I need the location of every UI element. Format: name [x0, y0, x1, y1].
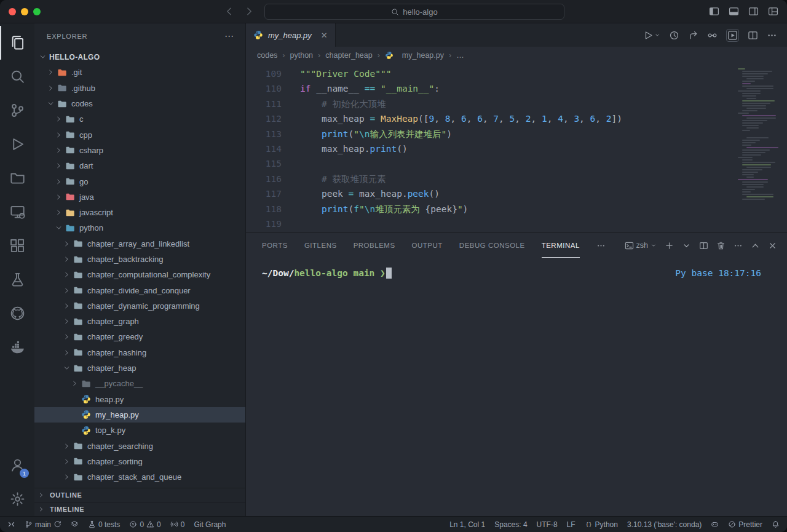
- tree-item-javascript[interactable]: javascript: [34, 205, 245, 220]
- maximize-panel-button[interactable]: [751, 241, 760, 250]
- activity-testing[interactable]: [0, 263, 34, 296]
- tree-item-go[interactable]: go: [34, 173, 245, 189]
- terminal[interactable]: ~/Dow/hello-algo main ❯ Py base 18:17:16: [246, 258, 787, 516]
- new-terminal-button[interactable]: [665, 241, 674, 250]
- panel-tab-debug-console[interactable]: DEBUG CONSOLE: [459, 233, 525, 258]
- code-editor[interactable]: 109"""Driver Code"""110if __name__ == "_…: [246, 63, 787, 232]
- split-terminal-button[interactable]: [699, 241, 708, 250]
- code-line-111[interactable]: 111 # 初始化大顶堆: [246, 97, 787, 111]
- breadcrumb-chapter-heap[interactable]: chapter_heap: [325, 51, 372, 60]
- tree-item-chapter-heap[interactable]: chapter_heap: [34, 360, 245, 376]
- section-timeline[interactable]: TIMELINE: [34, 502, 245, 516]
- tree-item-top-k-py[interactable]: top_k.py: [34, 423, 245, 438]
- tree-item-chapter-array-and-linkedlist[interactable]: chapter_array_and_linkedlist: [34, 236, 245, 252]
- tree-item-chapter-dynamic-programming[interactable]: chapter_dynamic_programming: [34, 298, 245, 314]
- minimize-window-button[interactable]: [21, 8, 28, 15]
- code-line-114[interactable]: 114 max_heap.print(): [246, 141, 787, 156]
- status-indentation[interactable]: Spaces: 4: [494, 520, 527, 529]
- breadcrumb-codes[interactable]: codes: [257, 51, 277, 60]
- status-ports-status[interactable]: 0: [170, 520, 185, 529]
- terminal-more-actions-button[interactable]: [734, 241, 743, 250]
- panel-more-tabs-icon[interactable]: [596, 233, 606, 258]
- activity-remote-explorer[interactable]: [0, 195, 34, 229]
- command-center-search[interactable]: hello-algo: [264, 4, 564, 20]
- customize-layout-icon[interactable]: [768, 6, 778, 17]
- tab-my-heap-py[interactable]: my_heap.py ✕: [246, 23, 336, 47]
- toggle-panel-icon[interactable]: [729, 6, 739, 17]
- status-cursor-position[interactable]: Ln 1, Col 1: [449, 520, 485, 529]
- status-language-mode[interactable]: {}Python: [585, 520, 618, 529]
- toggle-primary-sidebar-icon[interactable]: [709, 6, 719, 17]
- tree-item-chapter-searching[interactable]: chapter_searching: [34, 438, 245, 453]
- code-line-113[interactable]: 113 print("\n输入列表并建堆后"): [246, 127, 787, 141]
- tab-close-icon[interactable]: ✕: [321, 31, 328, 40]
- tree-item-csharp[interactable]: csharp: [34, 143, 245, 158]
- panel-tab-problems[interactable]: PROBLEMS: [354, 233, 395, 258]
- breadcrumb-[interactable]: …: [456, 51, 464, 60]
- code-line-118[interactable]: 118 print(f"\n堆顶元素为 {peek}"): [246, 202, 787, 216]
- forward-icon[interactable]: [244, 6, 255, 17]
- tree-item-python[interactable]: python: [34, 220, 245, 236]
- activity-extensions[interactable]: [0, 229, 34, 263]
- activity-settings[interactable]: [0, 482, 34, 516]
- panel-tab-gitlens[interactable]: GITLENS: [304, 233, 337, 258]
- tree-item-pycache[interactable]: __pycache__: [34, 376, 245, 391]
- split-editor-button[interactable]: [748, 30, 758, 41]
- tree-item-codes[interactable]: codes: [34, 96, 245, 111]
- status-copilot-status[interactable]: [711, 520, 719, 528]
- activity-docker[interactable]: [0, 330, 34, 364]
- status-eol[interactable]: LF: [567, 520, 575, 529]
- tree-item-my-heap-py[interactable]: my_heap.py: [34, 407, 245, 423]
- zoom-window-button[interactable]: [33, 8, 41, 15]
- status-notifications[interactable]: [772, 520, 780, 528]
- activity-run-debug[interactable]: [0, 127, 34, 161]
- status-python-interpreter[interactable]: 3.10.13 ('base': conda): [627, 520, 702, 529]
- compare-button[interactable]: [707, 30, 718, 41]
- new-terminal-dropdown-button[interactable]: [682, 241, 691, 250]
- activity-source-control[interactable]: [0, 93, 34, 127]
- panel-tab-terminal[interactable]: TERMINAL: [542, 233, 580, 258]
- tree-item-cpp[interactable]: cpp: [34, 127, 245, 142]
- tree-item-chapter-hashing[interactable]: chapter_hashing: [34, 345, 245, 360]
- close-panel-button[interactable]: [768, 241, 777, 250]
- tree-item-java[interactable]: java: [34, 189, 245, 205]
- code-line-117[interactable]: 117 peek = max_heap.peek(): [246, 186, 787, 201]
- close-window-button[interactable]: [9, 8, 16, 15]
- status-git-graph[interactable]: Git Graph: [194, 520, 226, 529]
- code-line-119[interactable]: 119: [246, 216, 787, 231]
- activity-search[interactable]: [0, 60, 34, 93]
- explorer-more-actions-icon[interactable]: ⋯: [224, 31, 234, 42]
- code-line-115[interactable]: 115: [246, 156, 787, 171]
- tree-item-heap-py[interactable]: heap.py: [34, 392, 245, 407]
- tree-item-hello-algo[interactable]: HELLO-ALGO: [34, 49, 245, 65]
- status-problems-status[interactable]: 00: [129, 520, 160, 529]
- tree-item-github[interactable]: .github: [34, 81, 245, 96]
- panel-tab-output[interactable]: OUTPUT: [412, 233, 443, 258]
- status-tests-status[interactable]: 0 tests: [88, 520, 120, 529]
- activity-accounts[interactable]: 1: [0, 448, 34, 482]
- more-actions-button[interactable]: [767, 30, 777, 41]
- tree-item-chapter-greedy[interactable]: chapter_greedy: [34, 329, 245, 344]
- breadcrumb-my-heap-py[interactable]: my_heap.py: [385, 51, 444, 60]
- activity-project-manager[interactable]: [0, 161, 34, 195]
- minimap[interactable]: [738, 63, 783, 201]
- tree-item-chapter-computational-complexity[interactable]: chapter_computational_complexity: [34, 267, 245, 282]
- kill-terminal-button[interactable]: [716, 241, 726, 250]
- tree-item-dart[interactable]: dart: [34, 158, 245, 173]
- tree-item-git[interactable]: .git: [34, 65, 245, 80]
- code-line-109[interactable]: 109"""Driver Code""": [246, 66, 787, 81]
- tree-item-chapter-sorting[interactable]: chapter_sorting: [34, 454, 245, 469]
- breadcrumb-python[interactable]: python: [290, 51, 314, 60]
- status-remote-indicator[interactable]: [7, 520, 15, 528]
- panel-tab-ports[interactable]: PORTS: [262, 233, 288, 258]
- back-icon[interactable]: [224, 6, 234, 17]
- status-gitlens-status[interactable]: [71, 520, 79, 528]
- shell-selector[interactable]: zsh: [625, 241, 657, 250]
- toggle-secondary-sidebar-icon[interactable]: [748, 6, 759, 17]
- tree-item-chapter-stack-and-queue[interactable]: chapter_stack_and_queue: [34, 469, 245, 485]
- activity-github[interactable]: [0, 296, 34, 330]
- section-outline[interactable]: OUTLINE: [34, 488, 245, 502]
- code-line-116[interactable]: 116 # 获取堆顶元素: [246, 172, 787, 186]
- status-branch-status[interactable]: main: [25, 520, 61, 529]
- status-prettier-status[interactable]: Prettier: [728, 520, 762, 529]
